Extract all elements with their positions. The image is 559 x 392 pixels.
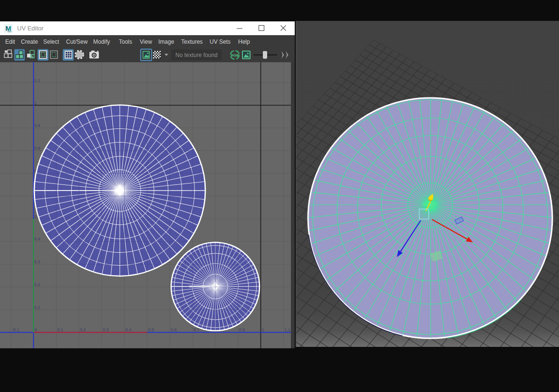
svg-text:-0.1: -0.1 — [12, 327, 19, 332]
svg-text:0.5: 0.5 — [148, 327, 154, 332]
svg-text:0.3: 0.3 — [34, 259, 40, 264]
svg-text:0: 0 — [35, 327, 37, 332]
svg-text:1: 1 — [262, 327, 264, 332]
svg-text:0.4: 0.4 — [125, 327, 132, 332]
svg-text:0.8: 0.8 — [34, 146, 40, 151]
svg-text:0.1: 0.1 — [57, 327, 63, 332]
svg-text:No texture found: No texture found — [175, 52, 218, 58]
svg-text:0.9: 0.9 — [239, 327, 245, 332]
svg-text:MAYA: MAYA — [8, 31, 11, 33]
svg-text:0.3: 0.3 — [103, 327, 109, 332]
svg-text:1.1: 1.1 — [34, 78, 40, 83]
svg-text:1.1: 1.1 — [284, 327, 290, 332]
svg-text:0.2: 0.2 — [34, 282, 40, 287]
svg-text:0.9: 0.9 — [34, 123, 40, 128]
svg-text:0.4: 0.4 — [34, 237, 40, 241]
svg-text:1: 1 — [34, 101, 37, 105]
svg-text:0.1: 0.1 — [34, 305, 40, 310]
svg-text:0.6: 0.6 — [171, 327, 177, 332]
svg-text:RGB: RGB — [231, 53, 239, 57]
svg-text:0.2: 0.2 — [80, 327, 86, 332]
